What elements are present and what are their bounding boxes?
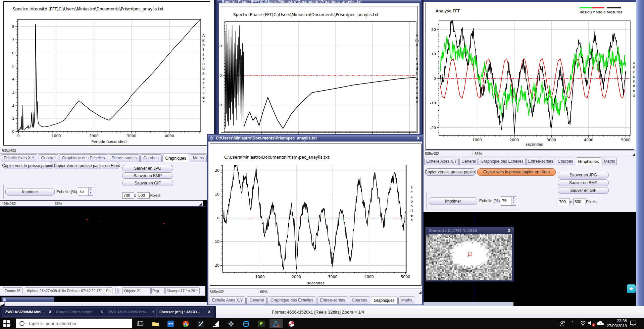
- notification-icon[interactable]: [627, 284, 636, 293]
- tab-maths[interactable]: Maths: [398, 296, 415, 304]
- print-button[interactable]: Imprimer: [5, 188, 55, 196]
- action-center-icon[interactable]: [630, 321, 636, 326]
- tray-speaker-muted-icon[interactable]: x: [588, 321, 595, 326]
- scale-spinner-arrows[interactable]: ▲▼: [511, 197, 516, 205]
- copy-clipboard-button[interactable]: Copier vers le presse papier.: [425, 168, 476, 176]
- tab-graphiques[interactable]: Graphiques: [576, 157, 601, 165]
- tab-echelle-axes[interactable]: Echelle Axes X,Y: [1, 154, 37, 162]
- phase-titlebar[interactable]: Spectre Phase (FFT)C:\Users\Miniastro\Do…: [217, 0, 421, 3]
- tab-courbes[interactable]: Courbes: [556, 158, 575, 165]
- save-bmp-button[interactable]: Sauver en BMP: [122, 172, 173, 179]
- tab-general[interactable]: General: [38, 154, 58, 162]
- tray-onedrive-icon[interactable]: [597, 321, 604, 326]
- doc-tab-roue-filtres[interactable]: Roue à Filtres extern... X: [53, 307, 106, 317]
- sky-objects-box: Objets: 21: [122, 287, 152, 294]
- taskbar-icon-movies[interactable]: [209, 319, 222, 328]
- tray-people-icon[interactable]: [560, 321, 566, 326]
- close-icon[interactable]: X: [152, 310, 155, 314]
- scale-spinner[interactable]: 75 ▲▼: [78, 187, 93, 196]
- taskbar-icon-photos[interactable]: [194, 319, 207, 328]
- scale-label: Echelle (%) :: [479, 199, 502, 203]
- minimize-icon[interactable]: _: [409, 136, 414, 141]
- sky-canvas[interactable]: [0, 207, 205, 286]
- pixels-width-input[interactable]: 700: [558, 199, 570, 205]
- close-icon[interactable]: X: [101, 310, 103, 314]
- close-icon[interactable]: X: [208, 310, 210, 314]
- pixels-width-input[interactable]: 700: [122, 193, 134, 199]
- tab-graphiques[interactable]: Graphiques: [162, 154, 189, 162]
- doc-tab-zwo-asi1600[interactable]: ZWO ASI1600MM Pro... X: [105, 307, 158, 317]
- fft-tab-strip: Echelle Axes X,Y General Graphique des E…: [424, 157, 635, 165]
- pixels-height-input[interactable]: 500: [137, 193, 150, 199]
- sky-frame-combo[interactable]: Eq: [104, 287, 112, 294]
- resize-grip[interactable]: [418, 291, 422, 294]
- taskbar-icon-internet-explorer[interactable]: [239, 319, 253, 328]
- star-marker: [86, 219, 88, 220]
- scale-spinner[interactable]: 75 ▲▼: [501, 196, 516, 206]
- save-bmp-button[interactable]: Sauver en BMP: [558, 179, 609, 186]
- tab-general[interactable]: General: [246, 296, 267, 304]
- status-separator: [51, 148, 51, 153]
- save-gif-button[interactable]: Sauver en GIF: [122, 180, 173, 186]
- print-button[interactable]: Imprimer: [429, 197, 477, 205]
- copy-clipboard-button[interactable]: Copier vers le presse papier.: [3, 162, 53, 169]
- svg-text:4000: 4000: [364, 275, 374, 279]
- tab-graphique-des-echelles[interactable]: Graphique des Echelles: [479, 158, 525, 165]
- tab-echelle-axes[interactable]: Echelle Axes X,Y: [209, 296, 246, 304]
- tab-graphique-des-echelles[interactable]: Graphique des Echelles: [59, 154, 108, 162]
- tab-maths[interactable]: Maths: [190, 154, 207, 162]
- copy-clipboard-hires-button[interactable]: Copier vers le presse papier en Hires: [54, 162, 119, 169]
- taskbar-icon-prism-active[interactable]: [269, 319, 283, 328]
- tray-chevron-up-icon[interactable]: ˄: [571, 321, 573, 326]
- doc-tab-zwo-asi290[interactable]: ZWO ASI290MM Mini ... X: [2, 307, 54, 317]
- target-reticle-icon: [467, 252, 473, 257]
- sky-coords-value: Alpha= 21h27m09.419s Delta= +07°42'22.78…: [27, 289, 102, 293]
- taskbar-icon-file-explorer[interactable]: [149, 319, 162, 328]
- tab-maths[interactable]: Maths: [602, 158, 617, 165]
- sky-frame-spinner[interactable]: ▲▼: [115, 287, 120, 294]
- scale-value[interactable]: 75: [501, 197, 511, 205]
- sky-zoom-box: Zoom=16: [3, 287, 22, 294]
- scale-spinner-arrows[interactable]: ▲▼: [88, 187, 93, 196]
- start-button[interactable]: [3, 320, 13, 327]
- copy-clipboard-hires-button[interactable]: Copier vers le presse papier en Hires: [477, 168, 556, 176]
- taskbar-icon-teamviewer[interactable]: [164, 319, 177, 328]
- svg-text:6: 6: [12, 51, 14, 55]
- tab-general[interactable]: General: [459, 158, 478, 165]
- taskbar-icon-chrome[interactable]: [179, 319, 192, 328]
- tray-wifi-icon[interactable]: [580, 321, 586, 326]
- tab-graphiques[interactable]: Graphiques: [371, 296, 398, 304]
- tab-courbes[interactable]: Courbes: [349, 296, 370, 304]
- tray-clock[interactable]: 23:36 27/09/2018: [604, 319, 627, 329]
- scrollbar-left-arrow[interactable]: ◀: [0, 302, 5, 306]
- taskbar-icon-eqmod[interactable]: E: [254, 319, 268, 328]
- doc-tab-label: Roue à Filtres extern...: [56, 310, 96, 314]
- resize-grip[interactable]: [632, 153, 635, 156]
- scale-value[interactable]: 75: [78, 187, 88, 196]
- resize-grip[interactable]: [199, 203, 202, 206]
- doc-tab-focuser[interactable]: Focuser (n°1) : ASCO... X: [156, 307, 213, 317]
- tab-graphique-des-echelles[interactable]: Graphique des Echelles: [267, 296, 316, 304]
- pec-titlebar[interactable]: C:\Users\Miniastro\Documents\Prism\pec_a…: [208, 135, 423, 142]
- search-box[interactable]: Taper ici pour rechercher: [16, 319, 132, 328]
- pixels-height-input[interactable]: 500: [573, 199, 586, 205]
- tab-entree-sorties[interactable]: Entree-sorties: [109, 154, 140, 162]
- tab-entree-sorties[interactable]: Entree-sorties: [526, 158, 555, 165]
- taskbar-icon-task-view[interactable]: [134, 319, 147, 328]
- save-jpg-button[interactable]: Sauver en JPG: [558, 172, 609, 178]
- doc-tab-label: Focuser (n°1) : ASCO...: [159, 310, 200, 314]
- save-gif-button[interactable]: Sauver en GIF: [558, 187, 609, 194]
- tab-echelle-axes[interactable]: Echelle Axes X,Y: [424, 158, 459, 165]
- tab-entree-sorties[interactable]: Entree-sorties: [317, 296, 348, 304]
- taskbar-icon-phd2[interactable]: [285, 319, 298, 328]
- close-icon[interactable]: X: [506, 228, 512, 233]
- svg-text:0: 0: [12, 129, 14, 134]
- zoombox-titlebar[interactable]: Zoom=4x X=1761 Y=1840 X: [426, 227, 514, 234]
- pixels-x-label: x: [134, 193, 136, 198]
- save-jpg-button[interactable]: Sauver en JPG: [122, 165, 173, 171]
- tab-courbes[interactable]: Courbes: [140, 154, 161, 162]
- close-icon[interactable]: X: [49, 310, 51, 314]
- close-icon[interactable]: X: [415, 136, 421, 141]
- pec-ylabel-right: secondes: [410, 185, 413, 223]
- taskbar-icon-skychart[interactable]: [224, 319, 238, 328]
